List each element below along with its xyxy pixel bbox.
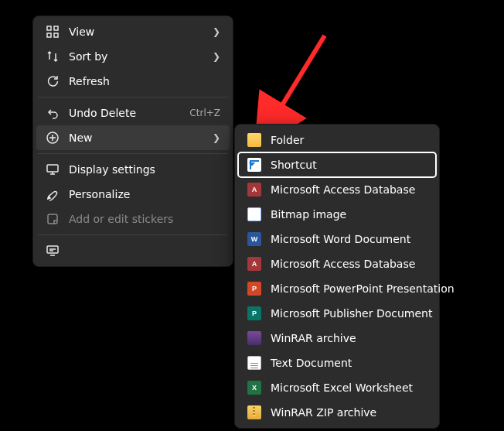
new-submenu: Folder Shortcut A Microsoft Access Datab… — [234, 124, 440, 429]
word-icon: W — [247, 232, 261, 246]
submenu-item-access-database[interactable]: A Microsoft Access Database — [238, 251, 436, 276]
submenu-item-label: Microsoft Access Database — [271, 183, 427, 196]
powerpoint-icon: P — [247, 282, 261, 296]
sort-icon — [46, 50, 60, 63]
menu-item-label: Display settings — [69, 163, 220, 176]
bitmap-icon — [247, 207, 261, 221]
submenu-item-text-document[interactable]: Text Document — [238, 351, 436, 375]
submenu-item-folder[interactable]: Folder — [238, 128, 436, 152]
access-icon: A — [247, 183, 261, 197]
submenu-item-label: Microsoft Access Database — [271, 258, 427, 270]
menu-item-stickers: Add or edit stickers — [36, 207, 230, 231]
submenu-item-label: Text Document — [271, 357, 427, 369]
more-options-icon — [46, 244, 60, 258]
excel-icon: X — [247, 381, 261, 395]
menu-item-label: New — [69, 132, 203, 144]
submenu-item-bitmap-image[interactable]: Bitmap image — [238, 202, 436, 227]
menu-item-view[interactable]: View ❯ — [36, 19, 230, 44]
folder-icon — [247, 133, 261, 147]
refresh-icon — [46, 74, 60, 88]
submenu-item-label: Bitmap image — [271, 208, 427, 221]
submenu-item-word-document[interactable]: W Microsoft Word Document — [238, 227, 436, 251]
menu-item-label: View — [69, 26, 203, 38]
view-icon — [46, 25, 60, 39]
submenu-item-access-database[interactable]: A Microsoft Access Database — [238, 177, 436, 202]
submenu-item-label: Folder — [271, 134, 427, 146]
menu-item-label: Sort by — [69, 50, 203, 63]
menu-item-label: Personalize — [69, 188, 220, 200]
chevron-right-icon: ❯ — [213, 132, 220, 143]
new-icon — [46, 131, 60, 145]
submenu-item-excel-worksheet[interactable]: X Microsoft Excel Worksheet — [238, 375, 436, 400]
submenu-item-label: WinRAR ZIP archive — [271, 406, 427, 419]
svg-rect-4 — [54, 33, 58, 37]
submenu-item-winrar-archive[interactable]: WinRAR archive — [238, 326, 436, 351]
personalize-icon — [46, 187, 60, 201]
svg-rect-3 — [47, 33, 51, 37]
svg-rect-1 — [47, 26, 51, 30]
menu-separator — [38, 153, 228, 154]
rar-icon — [247, 331, 261, 345]
menu-item-label: Undo Delete — [69, 107, 180, 119]
menu-item-display-settings[interactable]: Display settings — [36, 157, 230, 182]
svg-rect-2 — [54, 26, 58, 30]
display-icon — [46, 162, 60, 176]
chevron-right-icon: ❯ — [213, 26, 220, 37]
submenu-item-label: Microsoft Word Document — [271, 233, 427, 245]
menu-item-new[interactable]: New ❯ — [36, 125, 230, 150]
menu-item-undo-delete[interactable]: Undo Delete Ctrl+Z — [36, 101, 230, 125]
menu-item-label: Add or edit stickers — [69, 213, 220, 225]
submenu-item-label: WinRAR archive — [271, 332, 427, 344]
svg-rect-7 — [48, 214, 57, 224]
undo-icon — [46, 106, 60, 120]
publisher-icon: P — [247, 306, 261, 320]
stickers-icon — [46, 212, 60, 226]
menu-separator — [38, 234, 228, 235]
submenu-item-label: Microsoft PowerPoint Presentation — [271, 282, 455, 295]
menu-item-label: Refresh — [69, 75, 220, 87]
shortcut-icon — [247, 158, 261, 172]
submenu-item-label: Shortcut — [271, 159, 427, 171]
chevron-right-icon: ❯ — [213, 51, 220, 62]
menu-item-sort-by[interactable]: Sort by ❯ — [36, 44, 230, 69]
menu-item-show-more-options[interactable] — [36, 238, 230, 263]
menu-separator — [38, 97, 228, 97]
desktop-context-menu: View ❯ Sort by ❯ Refresh Undo Delete Ctr… — [32, 15, 233, 267]
submenu-item-shortcut[interactable]: Shortcut — [238, 152, 436, 177]
zip-icon — [247, 405, 261, 419]
submenu-item-publisher-document[interactable]: P Microsoft Publisher Document — [238, 301, 436, 326]
menu-item-refresh[interactable]: Refresh — [36, 69, 230, 94]
access-icon: A — [247, 257, 261, 271]
submenu-item-winrar-zip-archive[interactable]: WinRAR ZIP archive — [238, 400, 436, 425]
menu-item-accelerator: Ctrl+Z — [189, 108, 220, 118]
submenu-item-powerpoint-presentation[interactable]: P Microsoft PowerPoint Presentation — [238, 276, 436, 301]
svg-rect-6 — [47, 165, 58, 172]
submenu-item-label: Microsoft Excel Worksheet — [271, 381, 427, 394]
submenu-item-label: Microsoft Publisher Document — [271, 307, 432, 320]
text-icon — [247, 356, 261, 370]
menu-item-personalize[interactable]: Personalize — [36, 182, 230, 207]
